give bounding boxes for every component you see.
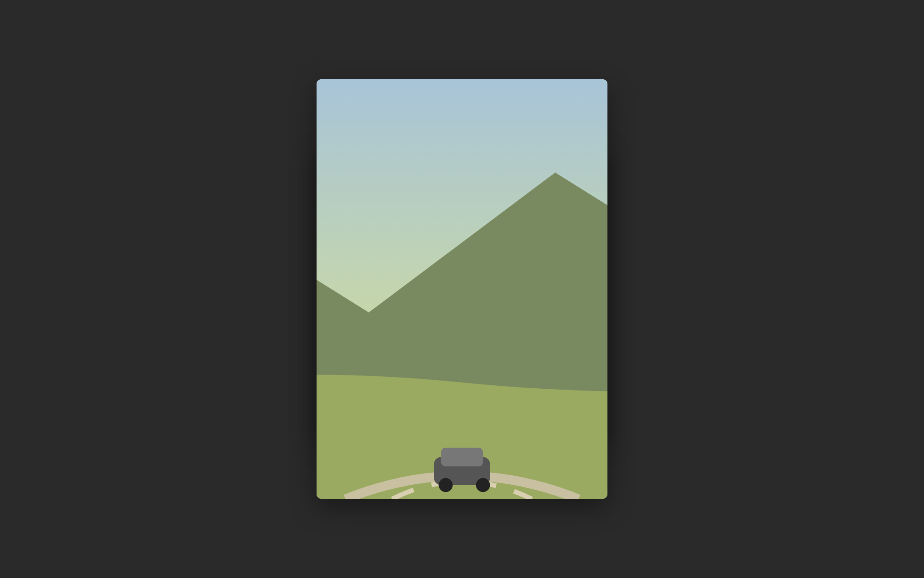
article-image	[412, 296, 597, 373]
main-content: Sophie Moore Lorem ipsum dolor amet lore…	[317, 107, 607, 499]
svg-marker-23	[412, 296, 597, 373]
article-area: ✕ Travel Jan 30, 2025 Unveiling hidden g…	[402, 107, 607, 499]
article-body: The allure of off-the-beaten-path travel…	[402, 218, 607, 499]
browser-window-1: Journal X Home About Blog Pages Cart (0)…	[317, 79, 607, 499]
